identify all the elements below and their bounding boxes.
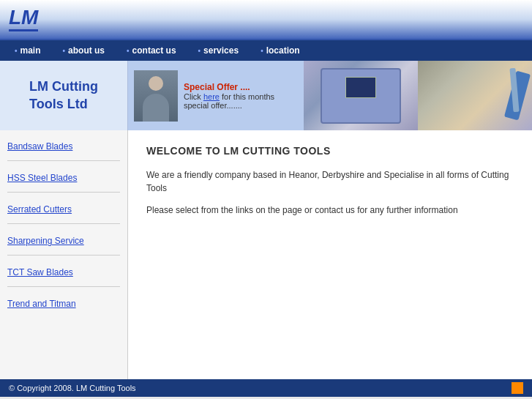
footer-copyright: © Copyright 2008. LM Cutting Tools [9, 384, 136, 392]
nav-bullet-contact: • [127, 47, 130, 55]
nav-location[interactable]: • location [261, 45, 300, 56]
nav-contact-label: contact us [132, 45, 176, 56]
content-para1: We are a friendly company based in Heano… [146, 168, 514, 195]
hero-offer-section: Special Offer .... Click here for this m… [128, 61, 304, 130]
sidebar-link-hss[interactable]: HSS Steel Blades [7, 173, 120, 193]
footer-orange-box [512, 382, 523, 394]
special-offer-title: Special Offer .... [184, 82, 298, 92]
nav-services[interactable]: • services [198, 45, 239, 56]
nav-main-label: main [20, 45, 41, 56]
sidebar-link-tct[interactable]: TCT Saw Blades [7, 267, 120, 287]
main-content: Bandsaw Blades HSS Steel Blades Serrated… [0, 130, 532, 379]
nav-location-label: location [266, 45, 300, 56]
hero-tool-image [418, 61, 532, 130]
sidebar-link-sharpening[interactable]: Sharpening Service [7, 236, 120, 256]
content-area: WELCOME TO LM CUTTING TOOLS We are a fri… [128, 130, 532, 379]
nav-bullet-about: • [63, 47, 66, 55]
logo-area: LM [9, 7, 38, 31]
navbar: • main • about us • contact us • service… [0, 40, 532, 61]
hero-text: Special Offer .... Click here for this m… [184, 82, 298, 110]
nav-bullet-main: • [15, 47, 18, 55]
sidebar-link-serrated[interactable]: Serrated Cutters [7, 204, 120, 224]
nav-bullet-location: • [261, 47, 263, 55]
logo-text: LM [9, 7, 38, 31]
sidebar-link-trend[interactable]: Trend and Titman [7, 299, 120, 318]
content-title: WELCOME TO LM CUTTING TOOLS [146, 145, 514, 157]
footer: © Copyright 2008. LM Cutting Tools [0, 379, 532, 397]
hero-photo [134, 70, 178, 122]
nav-about-label: about us [68, 45, 105, 56]
nav-bullet-services: • [198, 47, 201, 55]
header: LM [0, 0, 532, 40]
nav-contact[interactable]: • contact us [127, 45, 176, 56]
hero-machine-image [304, 61, 418, 130]
company-title: LM CuttingTools Ltd [29, 78, 98, 113]
nav-services-label: services [203, 45, 239, 56]
sidebar-link-bandsaw[interactable]: Bandsaw Blades [7, 141, 120, 161]
offer-description: Click here for this months special offer… [184, 92, 298, 110]
nav-main[interactable]: • main [15, 45, 41, 56]
sidebar: Bandsaw Blades HSS Steel Blades Serrated… [0, 130, 128, 379]
offer-link[interactable]: here [203, 92, 220, 101]
nav-about[interactable]: • about us [63, 45, 105, 56]
content-para2: Please select from the links on the page… [146, 204, 514, 217]
